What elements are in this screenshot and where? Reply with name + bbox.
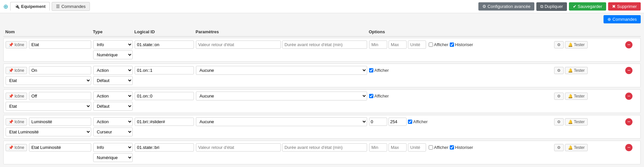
subtype-select-etat[interactable]: Numérique Binaire Autre <box>93 50 133 59</box>
logical-id-etat-luminosite[interactable] <box>135 143 194 152</box>
param2-etat[interactable] <box>282 41 367 49</box>
remove-button-luminosite[interactable]: − <box>625 118 632 125</box>
logical-id-luminosite[interactable] <box>135 118 194 126</box>
row-grid-luminosite: 📌 Icône Action Info Aucune Afficher <box>6 117 638 126</box>
afficher-check-on[interactable] <box>369 68 373 72</box>
equipement-tab-label: Equipement <box>21 4 45 9</box>
unite-etat-luminosite[interactable] <box>408 143 426 152</box>
sauvegarder-button[interactable]: ✔ Sauvegarder <box>569 2 606 11</box>
remove-button-off[interactable]: − <box>625 93 632 100</box>
command-row-etat-luminosite: 📌 Icône Info Action Afficher <box>3 141 641 164</box>
aucune-select-on[interactable]: Aucune <box>196 66 367 75</box>
afficher-check-etat-luminosite[interactable] <box>429 145 433 150</box>
afficher-label-off[interactable]: Afficher <box>369 94 389 98</box>
name-input-on[interactable] <box>29 66 91 74</box>
home-icon[interactable]: ⊕ <box>3 3 8 10</box>
type-select-on[interactable]: Action Info <box>93 66 133 75</box>
historiser-label-etat-luminosite[interactable]: Historiser <box>450 145 473 150</box>
nom-group-luminosite: 📌 Icône <box>6 118 91 126</box>
subtype-select-etat-luminosite[interactable]: Numérique Binaire <box>93 153 133 162</box>
name-input-luminosite[interactable] <box>29 118 91 126</box>
param1-etat-luminosite[interactable] <box>196 143 281 152</box>
header-type: Type <box>93 29 132 34</box>
icone-button-etat-luminosite[interactable]: 📌 Icône <box>6 144 27 151</box>
param1-etat[interactable] <box>196 41 281 49</box>
logical-id-etat[interactable] <box>135 41 194 49</box>
historiser-label-etat[interactable]: Historiser <box>450 42 473 47</box>
gear-icon-on: ⚙ <box>557 68 561 73</box>
etat-select-on[interactable]: Etat <box>6 76 91 85</box>
tester-button-on[interactable]: 🔔 Tester <box>565 67 588 74</box>
main-content: Nom Type Logical ID Paramètres Options 📌… <box>0 25 644 167</box>
param2-etat-luminosite[interactable] <box>282 143 367 152</box>
max-etat-luminosite[interactable] <box>389 143 407 152</box>
icone-button-luminosite[interactable]: 📌 Icône <box>6 118 27 125</box>
afficher-check-etat[interactable] <box>429 42 433 47</box>
logical-id-on[interactable] <box>135 66 194 74</box>
icone-button-on[interactable]: 📌 Icône <box>6 67 27 74</box>
type-select-luminosite[interactable]: Action Info <box>93 117 133 126</box>
min-etat-luminosite[interactable] <box>369 143 387 152</box>
aucune-select-luminosite[interactable]: Aucune <box>196 117 367 126</box>
gear-icon-luminosite: ⚙ <box>557 120 561 124</box>
options-luminosite: Afficher <box>369 118 552 126</box>
afficher-label-on[interactable]: Afficher <box>369 68 389 73</box>
afficher-label-etat[interactable]: Afficher <box>429 42 448 47</box>
remove-button-etat-luminosite[interactable]: − <box>625 144 632 151</box>
dupliquer-button[interactable]: ⧉ Dupliquer <box>536 2 567 11</box>
tab-commandes[interactable]: ☰ Commandes <box>52 2 90 11</box>
bell-icon-off: 🔔 <box>568 94 573 98</box>
historiser-check-etat-luminosite[interactable] <box>450 145 454 150</box>
nom-group-etat: 📌 Icône <box>6 41 91 49</box>
curseur-select-luminosite[interactable]: Curseur <box>93 127 133 136</box>
aucune-select-off[interactable]: Aucune <box>196 92 367 100</box>
add-commandes-button[interactable]: ⊕ Commandes <box>604 15 641 23</box>
gear-button-luminosite[interactable]: ⚙ <box>554 118 564 125</box>
commandes-tab-icon: ☰ <box>56 4 60 9</box>
defaut-select-on[interactable]: Défaut <box>93 76 133 85</box>
afficher-check-luminosite[interactable] <box>408 120 412 124</box>
gear-button-etat-luminosite[interactable]: ⚙ <box>554 144 564 151</box>
tab-equipement[interactable]: 🔌 Equipement <box>10 2 50 11</box>
unite-etat[interactable] <box>408 41 426 49</box>
min-luminosite[interactable] <box>369 118 387 126</box>
config-avancee-button[interactable]: ⚙ Configuration avancée <box>478 2 534 11</box>
etat-select-luminosite[interactable]: Etat Luminosité <box>6 127 91 136</box>
min-etat[interactable] <box>369 41 387 49</box>
supprimer-button[interactable]: ✖ Supprimer <box>608 2 641 11</box>
max-luminosite[interactable] <box>389 118 407 126</box>
plus-icon: ⊕ <box>607 17 611 22</box>
tester-button-etat[interactable]: 🔔 Tester <box>565 41 588 48</box>
icone-button-off[interactable]: 📌 Icône <box>6 93 27 100</box>
defaut-select-off[interactable]: Défaut <box>93 102 133 111</box>
type-select-etat[interactable]: Info Action <box>93 40 133 49</box>
tester-button-luminosite[interactable]: 🔔 Tester <box>565 118 588 125</box>
historiser-check-etat[interactable] <box>450 42 454 47</box>
afficher-label-luminosite[interactable]: Afficher <box>408 119 428 124</box>
max-etat[interactable] <box>389 41 407 49</box>
type-select-etat-luminosite[interactable]: Info Action <box>93 143 133 152</box>
action-btns-luminosite: ⚙ 🔔 Tester <box>554 118 623 125</box>
name-input-etat[interactable] <box>29 41 91 49</box>
gear-button-on[interactable]: ⚙ <box>554 67 564 74</box>
remove-button-on[interactable]: − <box>625 67 632 74</box>
gear-button-etat[interactable]: ⚙ <box>554 41 564 48</box>
name-input-etat-luminosite[interactable] <box>29 143 91 152</box>
gear-button-off[interactable]: ⚙ <box>554 93 564 100</box>
afficher-label-etat-luminosite[interactable]: Afficher <box>429 145 448 150</box>
tester-button-etat-luminosite[interactable]: 🔔 Tester <box>565 144 588 151</box>
icone-button-etat[interactable]: 📌 Icône <box>6 41 27 48</box>
logical-id-off[interactable] <box>135 92 194 100</box>
remove-button-etat[interactable]: − <box>625 41 632 48</box>
header-options: Options <box>369 29 591 34</box>
afficher-check-off[interactable] <box>369 94 373 98</box>
etat-select-off[interactable]: Etat <box>6 102 91 111</box>
row-grid-off: 📌 Icône Action Info Aucune Afficher ⚙ � <box>6 92 638 100</box>
action-btns-off: ⚙ 🔔 Tester <box>554 93 623 100</box>
second-bar: ⊕ Commandes <box>0 13 644 25</box>
tester-button-off[interactable]: 🔔 Tester <box>565 93 588 100</box>
action-btns-etat: ⚙ 🔔 Tester <box>554 41 623 48</box>
header-spacer <box>593 29 639 34</box>
name-input-off[interactable] <box>29 92 91 100</box>
type-select-off[interactable]: Action Info <box>93 92 133 100</box>
